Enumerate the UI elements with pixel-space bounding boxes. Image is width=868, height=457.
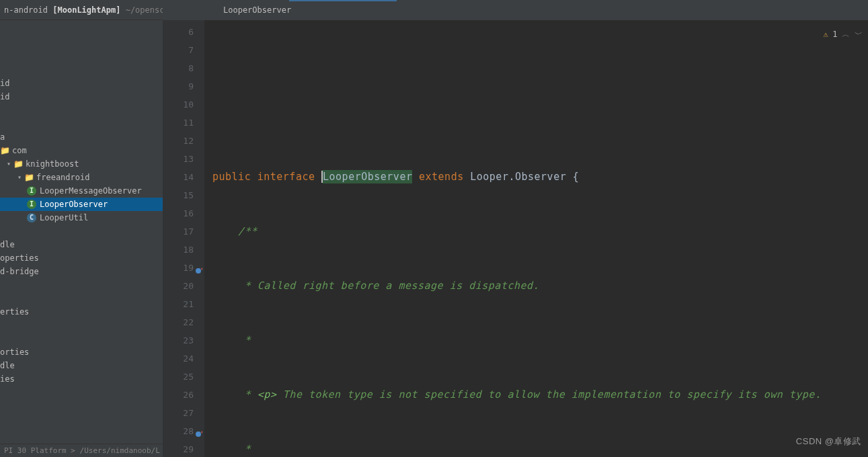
override-marker-icon[interactable] bbox=[195, 426, 203, 434]
tree-item[interactable] bbox=[0, 278, 163, 292]
tree-item[interactable] bbox=[0, 292, 163, 305]
tree-item-label: erties bbox=[0, 305, 29, 319]
override-marker-icon[interactable] bbox=[195, 263, 203, 271]
expand-arrow-icon[interactable]: ▾ bbox=[17, 171, 24, 184]
editor-area: LooperObserver 6789101112131415161718192… bbox=[163, 0, 868, 457]
line-number[interactable]: 9 bbox=[165, 77, 194, 95]
tree-item-label: dle bbox=[0, 359, 15, 372]
line-number[interactable]: 16 bbox=[165, 204, 194, 222]
class-icon: C bbox=[27, 213, 36, 222]
project-path: ~/opensc bbox=[126, 5, 163, 15]
tree-item[interactable]: ▾📁freeandroid bbox=[0, 171, 163, 184]
tree-item[interactable] bbox=[0, 103, 163, 117]
tree-item-label: ies bbox=[0, 372, 15, 386]
line-number[interactable]: 27 bbox=[165, 404, 194, 422]
tree-item[interactable]: ILooperObserver bbox=[0, 198, 163, 211]
line-number[interactable]: 13 bbox=[165, 150, 194, 168]
warning-count: 1 bbox=[832, 26, 838, 44]
tree-item[interactable]: d-bridge bbox=[0, 265, 163, 278]
line-number[interactable]: 26 bbox=[165, 386, 194, 404]
project-tree[interactable]: idida📁com▾📁knightboost▾📁freeandroidILoop… bbox=[0, 20, 163, 444]
line-number[interactable]: 24 bbox=[165, 349, 194, 368]
tree-item[interactable]: 📁com bbox=[0, 144, 163, 157]
project-name-partial: n-android bbox=[4, 5, 48, 15]
tree-item[interactable]: ILooperMessageObserver bbox=[0, 184, 163, 198]
line-number[interactable]: 19 bbox=[165, 259, 194, 277]
tree-item[interactable]: dle bbox=[0, 238, 163, 251]
line-number[interactable]: 12 bbox=[165, 132, 194, 150]
code-line[interactable]: /** bbox=[212, 222, 868, 241]
tree-item[interactable]: operties bbox=[0, 251, 163, 265]
tree-item[interactable]: orties bbox=[0, 345, 163, 359]
line-number[interactable]: 23 bbox=[165, 331, 194, 349]
tree-item-label: a bbox=[0, 130, 5, 144]
code-line[interactable]: * <p> The token type is not specified to… bbox=[212, 386, 868, 404]
code-line[interactable]: * bbox=[212, 440, 868, 457]
tree-item[interactable] bbox=[0, 117, 163, 130]
tree-item-label: LooperObserver bbox=[40, 198, 108, 211]
tree-item-label: com bbox=[12, 144, 27, 157]
status-path: /Users/nimdanoob/L bbox=[80, 446, 160, 455]
tree-item-label: LooperUtil bbox=[40, 211, 88, 224]
project-sidebar: n-android [MoonLightApm] ~/opensc idida📁… bbox=[0, 0, 163, 457]
code-line[interactable]: * bbox=[212, 331, 868, 349]
tree-item[interactable]: dle bbox=[0, 359, 163, 372]
code-line[interactable]: public interface LooperObserver extends … bbox=[212, 168, 868, 186]
editor-body: 6789101112131415161718192021222324252627… bbox=[163, 20, 868, 457]
tree-item[interactable]: ies bbox=[0, 372, 163, 386]
tree-item[interactable]: id bbox=[0, 90, 163, 103]
ide-window: n-android [MoonLightApm] ~/opensc idida📁… bbox=[0, 0, 868, 457]
folder-icon: 📁 bbox=[13, 159, 23, 169]
editor-tab-bar: LooperObserver bbox=[163, 0, 868, 20]
editor-tab[interactable]: LooperObserver bbox=[216, 0, 298, 20]
line-number[interactable]: 20 bbox=[165, 277, 194, 295]
sdk-platform: PI 30 Platform > bbox=[4, 446, 75, 455]
line-number[interactable]: 6 bbox=[165, 23, 194, 41]
folder-icon: 📁 bbox=[24, 173, 34, 182]
line-number-gutter[interactable]: 6789101112131415161718192021222324252627… bbox=[163, 20, 204, 457]
tree-item[interactable] bbox=[0, 224, 163, 238]
expand-arrow-icon[interactable]: ▾ bbox=[7, 157, 13, 171]
tree-item[interactable]: ▾📁knightboost bbox=[0, 157, 163, 171]
tree-item[interactable] bbox=[0, 332, 163, 345]
tree-item[interactable]: erties bbox=[0, 305, 163, 319]
line-number[interactable]: 8 bbox=[165, 59, 194, 77]
line-number[interactable]: 10 bbox=[165, 95, 194, 114]
tree-item-label: LooperMessageObserver bbox=[40, 184, 142, 198]
tree-item-label: dle bbox=[0, 238, 15, 251]
line-number[interactable]: 25 bbox=[165, 368, 194, 386]
line-number[interactable]: 29 bbox=[165, 440, 194, 457]
tree-item-label: freeandroid bbox=[36, 171, 89, 184]
tree-item[interactable]: id bbox=[0, 77, 163, 90]
tree-item-label: knightboost bbox=[26, 157, 79, 171]
inspection-bar[interactable]: ⚠1 ︿ ﹀ bbox=[824, 26, 863, 44]
line-number[interactable]: 14 bbox=[165, 168, 194, 186]
line-number[interactable]: 17 bbox=[165, 222, 194, 241]
tree-item[interactable]: a bbox=[0, 130, 163, 144]
line-number[interactable]: 7 bbox=[165, 41, 194, 59]
tree-item-label: d-bridge bbox=[0, 265, 39, 278]
tree-item-label: operties bbox=[0, 251, 39, 265]
tree-item-label: id bbox=[0, 90, 9, 103]
line-number[interactable]: 18 bbox=[165, 241, 194, 259]
code-line[interactable] bbox=[212, 114, 868, 132]
svg-point-0 bbox=[196, 268, 201, 274]
tree-item[interactable]: CLooperUtil bbox=[0, 211, 163, 224]
status-bar: PI 30 Platform > /Users/nimdanoob/L bbox=[0, 444, 163, 457]
active-tab-indicator bbox=[289, 0, 397, 1]
line-number[interactable]: 28 bbox=[165, 422, 194, 440]
line-number[interactable]: 21 bbox=[165, 295, 194, 313]
next-highlight-icon[interactable]: ﹀ bbox=[855, 26, 863, 44]
line-number[interactable]: 11 bbox=[165, 114, 194, 132]
code-line[interactable]: * Called right before a message is dispa… bbox=[212, 277, 868, 295]
interface-icon: I bbox=[27, 186, 36, 196]
line-number[interactable]: 22 bbox=[165, 313, 194, 331]
tree-item-label: orties bbox=[0, 345, 29, 359]
tree-item[interactable] bbox=[0, 319, 163, 332]
line-number[interactable]: 15 bbox=[165, 186, 194, 204]
prev-highlight-icon[interactable]: ︿ bbox=[842, 26, 851, 44]
project-brand: [MoonLightApm] bbox=[52, 5, 120, 15]
watermark: CSDN @卓修武 bbox=[796, 432, 861, 450]
warning-icon[interactable]: ⚠ bbox=[824, 26, 829, 44]
code-editor[interactable]: ⚠1 ︿ ﹀ public interface LooperObserver e… bbox=[204, 20, 868, 457]
